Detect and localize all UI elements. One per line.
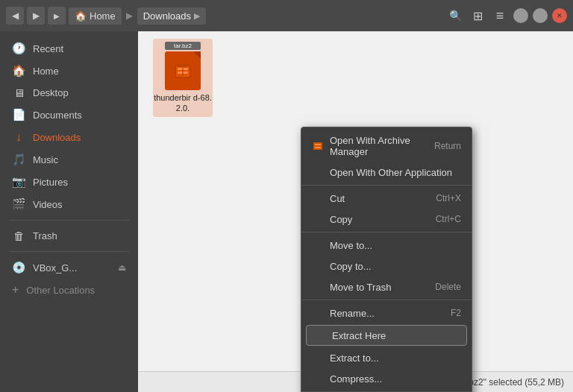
current-folder-breadcrumb[interactable]: Downloads ▶ xyxy=(137,7,206,25)
file-icon xyxy=(165,51,201,90)
sidebar-item-other-locations[interactable]: + Other Locations xyxy=(3,279,135,301)
sidebar-item-home[interactable]: 🏠 Home xyxy=(3,60,135,82)
home-breadcrumb[interactable]: 🏠 Home xyxy=(69,7,122,25)
sidebar-item-videos[interactable]: 🎬 Videos xyxy=(3,193,135,215)
close-button[interactable]: ✕ xyxy=(552,8,567,23)
home-label: Home xyxy=(90,10,116,22)
extract-to-placeholder xyxy=(312,352,324,364)
videos-icon: 🎬 xyxy=(12,197,25,211)
desktop-icon: 🖥 xyxy=(12,86,25,99)
file-fold xyxy=(193,51,201,59)
svg-rect-3 xyxy=(178,64,188,67)
sidebar-divider-1 xyxy=(9,220,129,221)
sidebar-item-recent[interactable]: 🕐 Recent xyxy=(3,37,135,60)
sidebar-label-home: Home xyxy=(33,66,59,77)
ctx-rename-shortcut: F2 xyxy=(451,308,461,318)
sidebar-label-trash: Trash xyxy=(33,230,57,241)
ctx-copy-to-label: Copy to... xyxy=(330,261,372,272)
search-button[interactable]: 🔍 xyxy=(446,7,464,25)
archive-icon xyxy=(312,140,324,152)
titlebar: ◀ ▶ ▶ 🏠 Home ▶ Downloads ▶ 🔍 ⊞ ≡ ✕ xyxy=(0,0,573,31)
sidebar-label-recent: Recent xyxy=(33,43,63,54)
file-name-label: thunderbir d-68.2.0. xyxy=(153,92,213,114)
ctx-sep-3 xyxy=(301,300,472,300)
sidebar-label-other: Other Locations xyxy=(26,285,95,296)
ctx-open-other[interactable]: Open With Other Application xyxy=(301,162,472,183)
current-folder-label: Downloads xyxy=(143,10,191,22)
ctx-copy[interactable]: Copy Ctrl+C xyxy=(301,209,472,230)
sidebar-item-vbox[interactable]: 💿 VBox_G... ⏏ xyxy=(3,256,135,279)
copy-to-placeholder xyxy=(312,260,324,272)
ctx-compress[interactable]: Compress... xyxy=(301,368,472,389)
home-icon: 🏠 xyxy=(75,10,87,22)
ctx-compress-label: Compress... xyxy=(330,373,382,385)
ctx-rename-label: Rename... xyxy=(330,308,375,319)
ctx-move-to[interactable]: Move to... xyxy=(301,235,472,256)
ctx-extract-here[interactable]: Extract Here xyxy=(306,325,467,346)
sidebar-label-music: Music xyxy=(33,154,58,165)
music-icon: 🎵 xyxy=(12,153,25,166)
ctx-open-archive[interactable]: Open With Archive Manager Return xyxy=(301,130,472,162)
minimize-button[interactable] xyxy=(513,8,528,23)
sidebar-item-music[interactable]: 🎵 Music xyxy=(3,148,135,171)
ctx-copy-to[interactable]: Copy to... xyxy=(301,256,472,276)
ctx-extract-here-label: Extract Here xyxy=(332,330,386,341)
ctx-cut[interactable]: Cut Ctrl+X xyxy=(301,188,472,209)
ctx-open-archive-label: Open With Archive Manager xyxy=(330,135,428,157)
maximize-button[interactable] xyxy=(533,8,548,23)
documents-icon: 📄 xyxy=(12,108,25,121)
sidebar-item-desktop[interactable]: 🖥 Desktop xyxy=(3,82,135,104)
ctx-copy-label: Copy xyxy=(330,214,352,225)
menu-button[interactable]: ≡ xyxy=(491,7,509,25)
context-menu: Open With Archive Manager Return Open Wi… xyxy=(301,127,472,392)
sidebar-label-downloads: Downloads xyxy=(33,132,81,143)
copy-placeholder xyxy=(312,213,324,225)
ctx-sep-1 xyxy=(301,185,472,186)
sidebar-label-desktop: Desktop xyxy=(33,87,69,98)
cut-placeholder xyxy=(312,192,324,204)
ctx-rename[interactable]: Rename... F2 xyxy=(301,303,472,323)
move-to-placeholder xyxy=(312,239,324,251)
back-button[interactable]: ◀ xyxy=(6,7,24,25)
archive-svg xyxy=(172,60,194,82)
sidebar-label-vbox: VBox_G... xyxy=(33,262,77,274)
sidebar: 🕐 Recent 🏠 Home 🖥 Desktop 📄 Documents ↓ … xyxy=(0,31,138,392)
recent-icon: 🕐 xyxy=(12,42,25,55)
ctx-move-trash[interactable]: Move to Trash Delete xyxy=(301,276,472,297)
ctx-sep-2 xyxy=(301,232,472,233)
ctx-move-to-label: Move to... xyxy=(330,240,372,251)
sidebar-divider-2 xyxy=(9,251,129,252)
content-area: tar.bz2 thunderbir d-68.2.0. xyxy=(138,31,573,392)
downloads-icon: ↓ xyxy=(12,130,25,144)
ctx-copy-shortcut: Ctrl+C xyxy=(436,214,461,224)
file-type-badge: tar.bz2 xyxy=(165,42,201,50)
ctx-extract-to[interactable]: Extract to... xyxy=(301,347,472,368)
add-location-icon: + xyxy=(12,283,19,297)
extract-here-placeholder xyxy=(314,329,326,341)
breadcrumb-separator: ▶ xyxy=(126,10,133,21)
sidebar-item-trash[interactable]: 🗑 Trash xyxy=(3,225,135,247)
breadcrumb-arrow-btn[interactable]: ▶ xyxy=(48,7,66,25)
ctx-extract-to-label: Extract to... xyxy=(330,353,379,364)
ctx-move-trash-label: Move to Trash xyxy=(330,282,391,293)
eject-button[interactable]: ⏏ xyxy=(118,262,126,273)
ctx-open-other-label: Open With Other Application xyxy=(330,167,452,178)
compress-placeholder xyxy=(312,373,324,385)
sidebar-label-videos: Videos xyxy=(33,199,63,210)
ctx-cut-shortcut: Ctrl+X xyxy=(436,193,461,203)
ctx-open-archive-shortcut: Return xyxy=(434,141,461,151)
open-other-placeholder xyxy=(312,166,324,178)
sidebar-item-downloads[interactable]: ↓ Downloads xyxy=(3,126,135,148)
file-item-thunderbird[interactable]: tar.bz2 thunderbir d-68.2.0. xyxy=(153,39,213,117)
view-toggle-button[interactable]: ⊞ xyxy=(469,7,486,25)
file-area[interactable]: tar.bz2 thunderbir d-68.2.0. xyxy=(138,31,573,371)
sidebar-item-pictures[interactable]: 📷 Pictures xyxy=(3,171,135,193)
titlebar-actions: 🔍 ⊞ ≡ ✕ xyxy=(446,7,567,25)
forward-button[interactable]: ▶ xyxy=(27,7,45,25)
sidebar-item-documents[interactable]: 📄 Documents xyxy=(3,104,135,126)
pictures-icon: 📷 xyxy=(12,175,25,189)
ctx-move-trash-shortcut: Delete xyxy=(435,282,461,292)
sidebar-label-documents: Documents xyxy=(33,110,82,121)
breadcrumb-end-arrow: ▶ xyxy=(194,11,200,21)
vbox-icon: 💿 xyxy=(12,261,25,274)
